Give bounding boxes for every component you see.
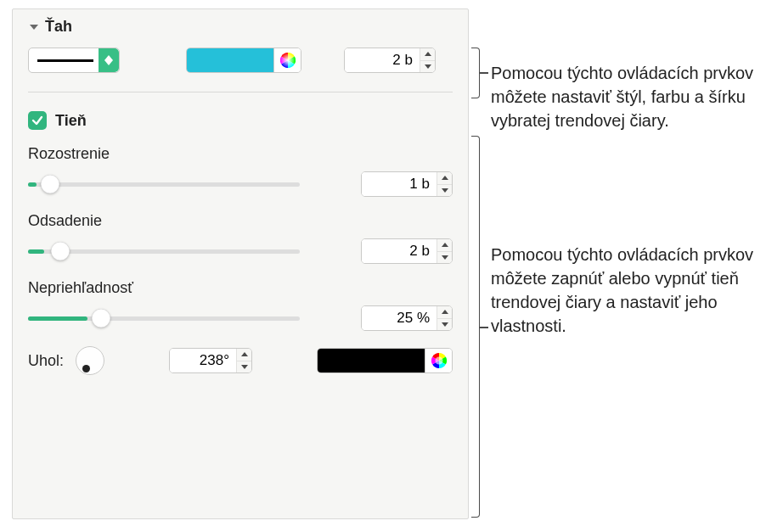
stroke-title: Ťah bbox=[45, 18, 72, 36]
slider-thumb[interactable] bbox=[41, 175, 59, 193]
blur-value-field bbox=[361, 171, 453, 197]
stroke-width-field bbox=[344, 48, 436, 73]
callouts-region: Pomocou týchto ovládacích prvkov môžete … bbox=[491, 61, 754, 338]
opacity-stepper bbox=[437, 306, 452, 330]
angle-stepper bbox=[236, 349, 251, 372]
callout-stroke-help: Pomocou týchto ovládacích prvkov môžete … bbox=[491, 61, 754, 132]
angle-label: Uhol: bbox=[28, 352, 64, 370]
shadow-checkbox-row: Tieň bbox=[28, 111, 453, 130]
svg-point-1 bbox=[435, 357, 442, 365]
stepper-up-icon[interactable] bbox=[437, 306, 452, 318]
stepper-down-icon[interactable] bbox=[437, 184, 452, 197]
offset-slider[interactable] bbox=[28, 241, 300, 261]
angle-inline: Uhol: bbox=[28, 346, 104, 375]
blur-row bbox=[28, 171, 453, 197]
opacity-row bbox=[28, 305, 453, 331]
blur-block: Rozostrenie bbox=[28, 145, 453, 197]
stepper-up-icon[interactable] bbox=[437, 239, 452, 251]
angle-indicator-icon bbox=[82, 365, 90, 372]
stroke-solid-preview bbox=[37, 59, 93, 62]
stroke-width-stepper bbox=[420, 48, 435, 72]
slider-thumb[interactable] bbox=[92, 309, 110, 328]
stepper-down-icon[interactable] bbox=[437, 251, 452, 264]
blur-stepper bbox=[437, 172, 452, 196]
opacity-value-field bbox=[361, 305, 453, 331]
stepper-up-icon[interactable] bbox=[237, 349, 251, 361]
stroke-controls-row bbox=[28, 48, 453, 73]
shadow-checkbox[interactable] bbox=[28, 111, 47, 130]
stroke-color-well[interactable] bbox=[186, 48, 301, 73]
angle-row: Uhol: bbox=[28, 346, 453, 375]
offset-row bbox=[28, 238, 453, 264]
offset-stepper bbox=[437, 239, 452, 263]
callout-shadow-help: Pomocou týchto ovládacích prvkov môžete … bbox=[491, 243, 754, 338]
angle-value-field bbox=[169, 348, 252, 373]
callout-lead-line bbox=[480, 327, 488, 328]
stepper-down-icon[interactable] bbox=[420, 60, 435, 73]
stroke-style-popup[interactable] bbox=[28, 48, 120, 73]
angle-dial[interactable] bbox=[76, 346, 104, 375]
shadow-label: Tieň bbox=[55, 112, 87, 130]
stepper-up-icon[interactable] bbox=[420, 48, 435, 60]
section-divider bbox=[28, 92, 453, 92]
shadow-color-swatch bbox=[318, 349, 425, 372]
offset-block: Odsadenie bbox=[28, 212, 453, 264]
blur-label: Rozostrenie bbox=[28, 145, 453, 163]
stroke-popup-button-icon bbox=[99, 48, 119, 72]
opacity-block: Nepriehľadnosť bbox=[28, 279, 453, 331]
callout-bracket-icon bbox=[471, 136, 480, 518]
stroke-width-input[interactable] bbox=[345, 48, 420, 72]
blur-slider[interactable] bbox=[28, 174, 300, 194]
stepper-down-icon[interactable] bbox=[437, 318, 452, 331]
stepper-up-icon[interactable] bbox=[437, 172, 452, 184]
stroke-color-swatch bbox=[187, 48, 273, 72]
shadow-color-well[interactable] bbox=[317, 348, 453, 373]
callout-bracket-icon bbox=[471, 48, 480, 98]
inspector-panel: Ťah bbox=[12, 8, 469, 519]
stepper-down-icon[interactable] bbox=[237, 361, 251, 373]
disclosure-triangle-icon[interactable] bbox=[28, 21, 40, 33]
color-wheel-icon[interactable] bbox=[273, 48, 301, 72]
blur-value-input[interactable] bbox=[362, 172, 437, 196]
offset-value-input[interactable] bbox=[362, 239, 437, 263]
callout-lead-line bbox=[480, 72, 488, 74]
opacity-value-input[interactable] bbox=[362, 306, 437, 330]
opacity-slider[interactable] bbox=[28, 308, 300, 328]
slider-thumb[interactable] bbox=[51, 242, 70, 260]
offset-label: Odsadenie bbox=[28, 212, 453, 230]
opacity-label: Nepriehľadnosť bbox=[28, 279, 453, 297]
stroke-section-header: Ťah bbox=[28, 18, 453, 36]
svg-point-0 bbox=[280, 53, 296, 68]
color-wheel-icon[interactable] bbox=[425, 349, 452, 372]
offset-value-field bbox=[361, 238, 453, 264]
angle-value-input[interactable] bbox=[170, 349, 236, 372]
